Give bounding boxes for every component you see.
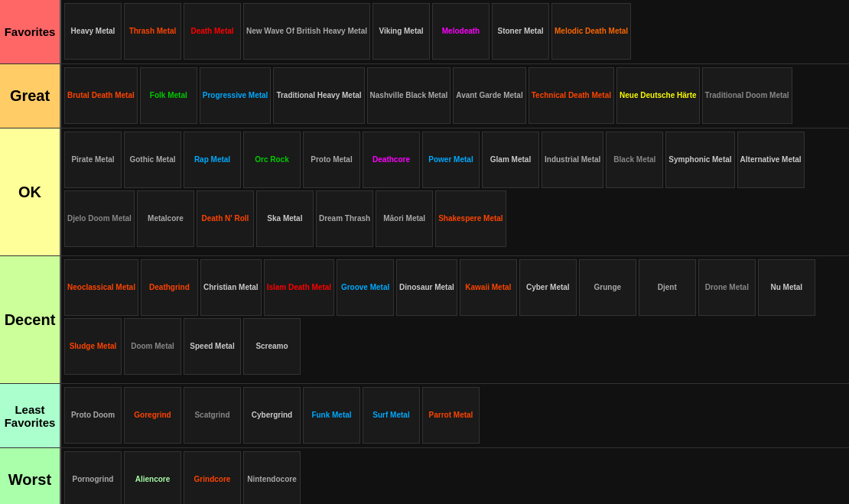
tier-item: Power Metal bbox=[422, 132, 480, 188]
tier-list: FavoritesHeavy MetalThrash MetalDeath Me… bbox=[0, 0, 849, 504]
tier-item: Doom Metal bbox=[124, 318, 181, 375]
tier-content-4: Proto DoomGoregrindScatgrindCybergrindFu… bbox=[61, 384, 849, 447]
tier-item: Melodeath bbox=[432, 3, 490, 60]
tier-label-0: Favorites bbox=[0, 0, 61, 63]
tier-item: Sludge Metal bbox=[64, 318, 122, 375]
tier-item: Avant Garde Metal bbox=[453, 67, 525, 124]
tier-item: Islam Death Metal bbox=[264, 259, 334, 316]
tier-label-5: Worst bbox=[0, 448, 61, 504]
tier-item: Folk Metal bbox=[140, 67, 197, 124]
tier-item: Aliencore bbox=[124, 451, 181, 504]
tier-item: Grunge bbox=[579, 259, 636, 316]
tier-item: Industrial Metal bbox=[542, 132, 603, 188]
tier-label-1: Great bbox=[0, 64, 61, 128]
tier-item: Traditional Doom Metal bbox=[702, 67, 792, 124]
tier-row-0: FavoritesHeavy MetalThrash MetalDeath Me… bbox=[0, 0, 849, 64]
tier-item: Brutal Death Metal bbox=[64, 67, 138, 124]
tier-item: Surf Metal bbox=[363, 387, 420, 444]
tier-item: Pirate Metal bbox=[64, 132, 122, 188]
tier-row-3: DecentNeoclassical MetalDeathgrindChrist… bbox=[0, 256, 849, 384]
tier-item: Cybergrind bbox=[243, 387, 301, 444]
tier-item: Nu Metal bbox=[758, 259, 815, 316]
tier-item: Pornogrind bbox=[64, 451, 122, 504]
tier-item: Nashville Black Metal bbox=[367, 67, 451, 124]
tier-item: Goregrind bbox=[124, 387, 181, 444]
tier-content-0: Heavy MetalThrash MetalDeath MetalNew Wa… bbox=[61, 0, 849, 63]
tier-item: Māori Metal bbox=[376, 190, 433, 247]
tier-row-2: OKPirate MetalGothic MetalRap MetalOrc R… bbox=[0, 128, 849, 256]
tier-label-2: OK bbox=[0, 128, 61, 255]
tier-item: Screamo bbox=[243, 318, 301, 375]
tier-item: Gothic Metal bbox=[124, 132, 181, 188]
tier-item: Djent bbox=[639, 259, 696, 316]
tier-item: Traditional Heavy Metal bbox=[273, 67, 364, 124]
tier-item: Djelo Doom Metal bbox=[64, 190, 135, 247]
tier-item: Death Metal bbox=[184, 3, 241, 60]
tier-item: Death N' Roll bbox=[197, 190, 254, 247]
tier-label-3: Decent bbox=[0, 256, 61, 383]
tier-item: Groove Metal bbox=[337, 259, 394, 316]
tier-content-1: Brutal Death MetalFolk MetalProgressive … bbox=[61, 64, 849, 128]
tier-item: Grindcore bbox=[184, 451, 241, 504]
tier-item: Thrash Metal bbox=[124, 3, 181, 60]
tier-item: Neue Deutsche Härte bbox=[616, 67, 700, 124]
tier-item: Dream Thrash bbox=[316, 190, 373, 247]
tier-item: Dinosaur Metal bbox=[396, 259, 457, 316]
tier-item: Kawaii Metal bbox=[460, 259, 517, 316]
tier-item: Parrot Metal bbox=[422, 387, 480, 444]
tier-row-5: WorstPornogrindAliencoreGrindcoreNintend… bbox=[0, 448, 849, 504]
tier-item: Cyber Metal bbox=[519, 259, 577, 316]
tier-item: Symphonic Metal bbox=[665, 132, 734, 188]
tier-content-5: PornogrindAliencoreGrindcoreNintendocore bbox=[61, 448, 849, 504]
tier-item: Proto Metal bbox=[303, 132, 360, 188]
tier-item: Scatgrind bbox=[184, 387, 241, 444]
tier-content-2: Pirate MetalGothic MetalRap MetalOrc Roc… bbox=[61, 128, 849, 255]
tier-item: Shakespere Metal bbox=[435, 190, 506, 247]
tier-item: Proto Doom bbox=[64, 387, 122, 444]
tier-item: Technical Death Metal bbox=[529, 67, 614, 124]
tier-item: Alternative Metal bbox=[737, 132, 805, 188]
tier-item: Nintendocore bbox=[243, 451, 301, 504]
tier-item: Black Metal bbox=[606, 132, 663, 188]
tier-item: Rap Metal bbox=[184, 132, 241, 188]
tier-item: Viking Metal bbox=[372, 3, 430, 60]
tier-item: Christian Metal bbox=[200, 259, 262, 316]
tier-item: Speed Metal bbox=[184, 318, 241, 375]
tier-item: Orc Rock bbox=[243, 132, 301, 188]
tier-row-1: GreatBrutal Death MetalFolk MetalProgres… bbox=[0, 64, 849, 128]
tier-row-4: Least FavoritesProto DoomGoregrindScatgr… bbox=[0, 384, 849, 448]
tier-item: Glam Metal bbox=[482, 132, 539, 188]
tier-item: Progressive Metal bbox=[200, 67, 272, 124]
tier-item: Metalcore bbox=[137, 190, 194, 247]
tier-item: New Wave Of British Heavy Metal bbox=[243, 3, 370, 60]
tier-content-3: Neoclassical MetalDeathgrindChristian Me… bbox=[61, 256, 849, 383]
tier-label-4: Least Favorites bbox=[0, 384, 61, 447]
tier-item: Funk Metal bbox=[303, 387, 360, 444]
tier-item: Drone Metal bbox=[698, 259, 756, 316]
tier-item: Melodic Death Metal bbox=[551, 3, 631, 60]
tier-item: Deathcore bbox=[363, 132, 420, 188]
tier-item: Deathgrind bbox=[141, 259, 198, 316]
tier-item: Ska Metal bbox=[256, 190, 314, 247]
tier-item: Heavy Metal bbox=[64, 3, 122, 60]
tier-item: Stoner Metal bbox=[492, 3, 549, 60]
tier-item: Neoclassical Metal bbox=[64, 259, 138, 316]
